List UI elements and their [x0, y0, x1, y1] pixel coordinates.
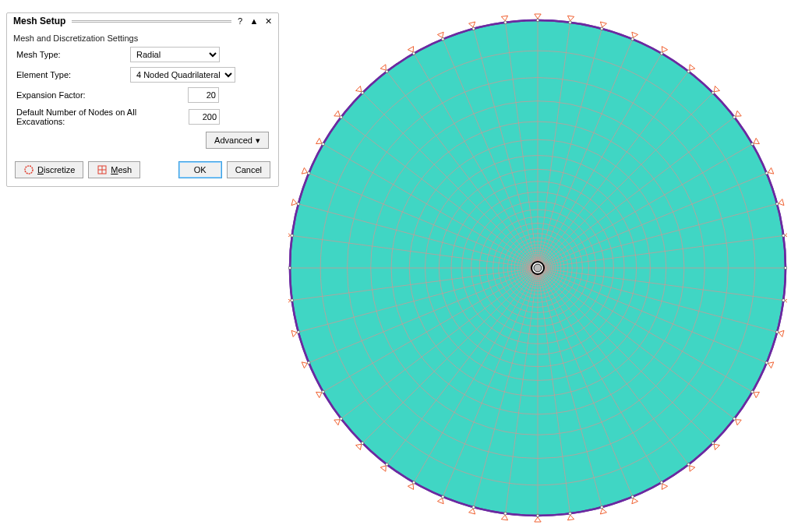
svg-point-138	[297, 203, 300, 206]
svg-marker-99	[690, 466, 695, 471]
svg-point-172	[733, 116, 736, 119]
svg-marker-123	[334, 420, 340, 425]
discretize-button[interactable]: Discretize	[15, 161, 83, 178]
element-type-select[interactable]: 4 Noded Quadrilaterals	[130, 67, 235, 83]
svg-marker-143	[334, 111, 340, 116]
discretize-text: iscretize	[44, 165, 75, 174]
mesh-visualization	[288, 11, 787, 525]
advanced-button[interactable]: Advanced ▾	[206, 132, 269, 149]
svg-marker-115	[437, 499, 443, 504]
svg-marker-139	[302, 167, 307, 174]
svg-point-104	[631, 495, 634, 499]
svg-point-108	[569, 512, 572, 515]
svg-point-126	[322, 390, 325, 393]
svg-marker-173	[754, 138, 759, 143]
advanced-label: Advanced	[214, 136, 252, 145]
svg-point-106	[601, 506, 604, 509]
svg-marker-145	[356, 86, 362, 92]
svg-marker-163	[632, 32, 638, 37]
svg-point-178	[775, 203, 779, 206]
svg-marker-155	[501, 16, 507, 20]
svg-marker-137	[291, 199, 297, 206]
svg-point-84	[534, 264, 542, 272]
svg-marker-121	[356, 444, 362, 449]
mesh-icon	[97, 164, 108, 175]
svg-marker-165	[662, 47, 667, 52]
svg-point-124	[340, 417, 343, 421]
svg-point-136	[291, 234, 294, 238]
svg-point-142	[322, 143, 325, 146]
svg-point-128	[307, 361, 310, 365]
svg-point-0	[25, 166, 33, 174]
close-icon[interactable]: ✕	[263, 16, 274, 26]
svg-marker-149	[408, 47, 413, 52]
cancel-button[interactable]: Cancel	[227, 161, 270, 178]
svg-point-170	[711, 91, 715, 94]
ok-button[interactable]: OK	[178, 161, 222, 178]
mesh-svg	[288, 11, 787, 525]
dialog-title: Mesh Setup	[13, 16, 65, 26]
svg-point-146	[361, 91, 364, 94]
svg-point-160	[569, 21, 572, 24]
svg-point-100	[687, 463, 690, 466]
default-nodes-label: Default Number of Nodes on All Excavatio…	[16, 107, 184, 126]
svg-point-130	[297, 331, 300, 334]
svg-point-140	[307, 172, 310, 175]
svg-point-144	[340, 116, 343, 119]
svg-marker-119	[380, 466, 386, 471]
svg-marker-93	[754, 392, 759, 397]
svg-point-92	[765, 361, 768, 365]
svg-marker-135	[288, 231, 291, 238]
svg-marker-175	[768, 167, 774, 174]
mesh-button[interactable]: Mesh	[88, 161, 140, 178]
svg-marker-127	[302, 362, 307, 368]
svg-marker-97	[714, 444, 719, 449]
svg-marker-109	[535, 517, 541, 522]
svg-point-96	[733, 417, 736, 421]
svg-marker-103	[632, 499, 638, 504]
svg-point-94	[751, 390, 754, 393]
svg-point-150	[412, 52, 415, 55]
svg-marker-107	[567, 515, 574, 520]
svg-point-102	[660, 481, 663, 484]
titlebar-divider	[72, 20, 231, 23]
help-icon[interactable]: ?	[235, 16, 245, 26]
mesh-text: esh	[118, 165, 132, 174]
svg-marker-177	[779, 199, 784, 206]
svg-point-174	[751, 143, 754, 146]
svg-point-132	[291, 299, 294, 302]
dialog-titlebar: Mesh Setup ? ▲ ✕	[7, 13, 278, 29]
svg-marker-89	[779, 330, 784, 336]
svg-point-134	[288, 266, 291, 270]
svg-point-166	[660, 52, 663, 55]
svg-point-162	[601, 27, 604, 30]
svg-point-118	[412, 481, 415, 484]
svg-point-88	[782, 299, 785, 302]
svg-marker-147	[380, 65, 386, 70]
svg-point-154	[472, 27, 475, 30]
expansion-factor-input[interactable]	[188, 87, 219, 103]
svg-point-116	[442, 495, 445, 499]
mesh-type-select[interactable]: Radial	[130, 47, 220, 62]
collapse-icon[interactable]: ▲	[249, 16, 260, 26]
svg-marker-87	[785, 298, 787, 304]
svg-point-164	[631, 37, 634, 41]
default-nodes-input[interactable]	[189, 109, 220, 125]
svg-marker-117	[408, 484, 413, 489]
svg-marker-151	[437, 32, 443, 37]
expansion-factor-label: Expansion Factor:	[16, 90, 125, 100]
svg-point-112	[504, 512, 507, 515]
svg-marker-95	[736, 420, 741, 425]
svg-point-180	[782, 234, 785, 238]
svg-marker-131	[288, 298, 291, 304]
element-type-label: Element Type:	[16, 70, 125, 79]
svg-marker-141	[316, 138, 322, 143]
mesh-type-label: Mesh Type:	[16, 50, 125, 59]
svg-point-114	[472, 506, 475, 509]
svg-marker-179	[785, 231, 787, 238]
svg-point-148	[386, 70, 389, 73]
svg-point-110	[536, 514, 539, 517]
svg-point-90	[775, 331, 779, 334]
svg-marker-125	[316, 392, 322, 397]
svg-marker-169	[714, 86, 719, 92]
